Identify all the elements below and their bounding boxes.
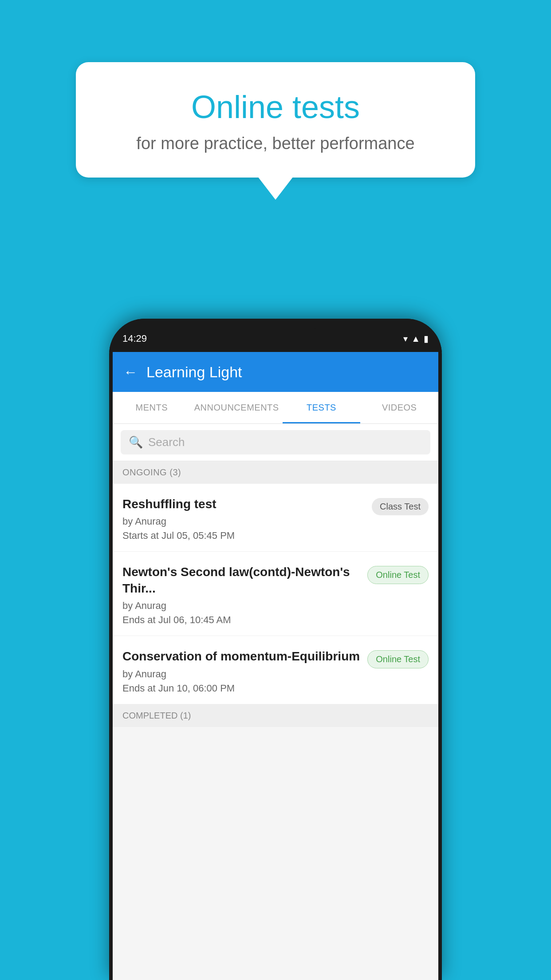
search-input-wrapper[interactable]: 🔍 Search [121,430,430,454]
test-item-content: Conservation of momentum-Equilibrium by … [122,648,367,694]
search-placeholder: Search [148,435,185,449]
tab-bar: MENTS ANNOUNCEMENTS TESTS VIDEOS [113,392,438,424]
search-bar: 🔍 Search [113,424,438,461]
test-name: Conservation of momentum-Equilibrium [122,648,360,664]
test-date: Ends at Jun 10, 06:00 PM [122,683,360,694]
speech-bubble-subtitle: for more practice, better performance [111,134,440,153]
test-author: by Anurag [122,668,360,680]
status-time: 14:29 [122,333,147,344]
test-item[interactable]: Reshuffling test by Anurag Starts at Jul… [113,484,438,552]
phone-frame: 14:29 ▾ ▲ ▮ ← Learning Light MENTS ANNOU… [109,319,442,980]
test-author: by Anurag [122,516,365,527]
test-name: Reshuffling test [122,496,365,512]
signal-icon: ▲ [411,334,420,344]
status-bar: 14:29 ▾ ▲ ▮ [109,319,442,352]
completed-section-header: COMPLETED (1) [113,704,438,727]
test-item[interactable]: Conservation of momentum-Equilibrium by … [113,636,438,704]
test-item-content: Newton's Second law(contd)-Newton's Thir… [122,564,367,626]
phone-screen: ← Learning Light MENTS ANNOUNCEMENTS TES… [113,352,438,980]
test-badge: Online Test [367,650,429,668]
ongoing-section-header: ONGOING (3) [113,461,438,484]
back-button[interactable]: ← [123,364,138,380]
test-badge: Online Test [367,566,429,584]
test-item-content: Reshuffling test by Anurag Starts at Jul… [122,496,372,541]
app-bar: ← Learning Light [113,352,438,392]
test-item[interactable]: Newton's Second law(contd)-Newton's Thir… [113,552,438,636]
test-author: by Anurag [122,600,360,612]
tab-announcements[interactable]: ANNOUNCEMENTS [191,392,283,423]
test-date: Ends at Jul 06, 10:45 AM [122,614,360,626]
speech-bubble-title: Online tests [111,89,440,125]
speech-bubble: Online tests for more practice, better p… [76,62,475,178]
app-title: Learning Light [146,364,242,381]
tab-tests[interactable]: TESTS [283,392,361,423]
test-badge: Class Test [372,498,429,515]
tab-videos[interactable]: VIDEOS [360,392,438,423]
test-date: Starts at Jul 05, 05:45 PM [122,530,365,541]
search-icon: 🔍 [129,435,143,449]
status-icons: ▾ ▲ ▮ [403,333,429,344]
tab-ments[interactable]: MENTS [113,392,191,423]
test-name: Newton's Second law(contd)-Newton's Thir… [122,564,360,597]
speech-bubble-container: Online tests for more practice, better p… [76,62,475,178]
battery-icon: ▮ [424,333,429,344]
test-list: Reshuffling test by Anurag Starts at Jul… [113,484,438,704]
wifi-icon: ▾ [403,333,408,344]
